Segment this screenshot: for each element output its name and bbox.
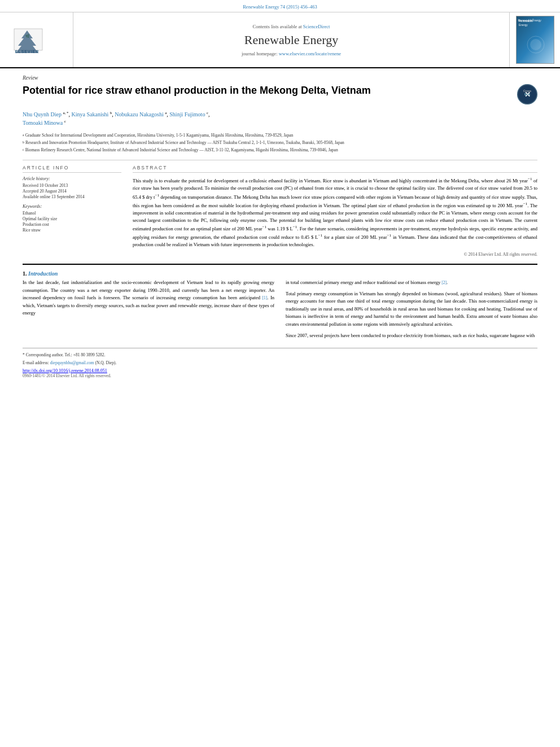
abstract-title: ABSTRACT [133,165,537,173]
divider-1 [23,160,537,160]
publisher-logo-area: 🌿 ELSEVIER [0,12,73,67]
title-row: Potential for rice straw ethanol product… [23,84,537,104]
keyword-3: Production cost [23,222,121,227]
affiliation-c: c Biomass Refinery Research Centre, Nati… [23,147,537,153]
introduction-section: In the last decade, fast industrializati… [23,279,537,339]
affil-text-a: Graduate School for International Develo… [25,132,294,138]
article-info-column: ARTICLE INFO Article history: Received 1… [23,165,121,257]
accepted-date: Accepted 20 August 2014 [23,189,121,194]
article-info-title: ARTICLE INFO [23,165,121,173]
article-info-abstract: ARTICLE INFO Article history: Received 1… [23,165,537,257]
cite-1[interactable]: [1] [262,295,267,300]
journal-header: 🌿 ELSEVIER Contents lists available at S… [0,12,560,68]
intro-left-text: In the last decade, fast industrializati… [23,279,274,317]
crossmark-icon: ✕ Cross Mark [517,84,537,104]
svg-text:Renewable: Renewable [519,19,533,23]
affiliations: a Graduate School for International Deve… [23,132,537,154]
author-fujimoto[interactable]: Shinji Fujimoto [169,111,205,117]
abstract-text: This study is to evaluate the potential … [133,176,537,248]
page-footer: * Corresponding author. Tel.: +81 80 389… [23,348,537,378]
journal-homepage-link[interactable]: www.elsevier.com/locate/renene [279,51,341,56]
keywords-title: Keywords: [23,204,121,209]
intro-left-column: In the last decade, fast industrializati… [23,279,274,339]
affiliation-b: b Research and Innovation Promotion Head… [23,139,537,146]
received-date: Received 10 October 2013 [23,183,121,188]
intro-heading: Introduction [28,270,58,277]
journal-title: Renewable Energy [244,33,338,47]
elsevier-logo: 🌿 ELSEVIER [11,26,62,54]
author-minowa[interactable]: Tomoaki Minowa [23,120,63,126]
affil-text-c: Biomass Refinery Research Centre, Nation… [25,147,338,153]
doi-line: http://dx.doi.org/10.1016/j.renene.2014.… [23,368,537,373]
author-sakanishi[interactable]: Kinya Sakanishi [72,111,109,117]
doi-link[interactable]: http://dx.doi.org/10.1016/j.renene.2014.… [23,368,107,373]
author-nakagoshi[interactable]: Nobukazu Nakagoshi [115,111,163,117]
author-diep[interactable]: Nhu Quynh Diep [23,111,62,117]
main-content: Review Potential for rice straw ethanol … [0,68,560,385]
email-label: E-mail address: [23,360,49,365]
affil-text-b: Research and Innovation Promotion Headqu… [25,139,344,146]
article-title: Potential for rice straw ethanol product… [23,84,511,97]
intro-section-number: 1. Introduction [23,270,537,277]
email-link[interactable]: diepquynhhu@gmail.com [50,360,94,365]
email-note: E-mail address: diepquynhhu@gmail.com (N… [23,360,537,366]
svg-text:Energy: Energy [519,23,528,27]
corresponding-author-note: * Corresponding author. Tel.: +81 80 389… [23,352,537,358]
affil-sup-c: c [23,147,24,153]
copyright-line: © 2014 Elsevier Ltd. All rights reserved… [133,252,537,257]
journal-cover-image: Renewable Energy [516,16,554,64]
keyword-1: Ethanol [23,211,121,216]
authors-line: Nhu Quynh Diep a, *, Kinya Sakanishi b, … [23,110,537,128]
cite-2[interactable]: [2] [441,280,447,285]
crossmark-badge: ✕ Cross Mark [517,84,537,104]
journal-title-area: Contents lists available at ScienceDirec… [73,12,509,67]
svg-text:Mark: Mark [524,93,531,96]
available-date: Available online 13 September 2014 [23,194,121,199]
article-history-label: Article history: [23,176,121,181]
journal-cover-area: Renewable Energy [509,12,560,67]
intro-right-column: in total commercial primary energy and r… [286,279,537,339]
keyword-4: Rice straw [23,228,121,233]
sciencedirect-link[interactable]: ScienceDirect [303,24,330,29]
affil-sup-a: a [23,133,24,138]
affil-sup-b: b [23,140,24,146]
email-suffix: (N.Q. Diep). [95,360,117,365]
homepage-line: journal homepage: www.elsevier.com/locat… [242,51,341,56]
issn-line: 0960-1481/© 2014 Elsevier Ltd. All right… [23,373,537,378]
affiliation-a: a Graduate School for International Deve… [23,132,537,138]
keyword-2: Optimal facility size [23,216,121,221]
section-divider [23,264,537,265]
top-bar: Renewable Energy 74 (2015) 456–463 [0,0,560,12]
svg-text:Cross: Cross [523,89,531,93]
sciencedirect-line: Contents lists available at ScienceDirec… [253,24,330,29]
abstract-column: ABSTRACT This study is to evaluate the p… [133,165,537,257]
intro-right-text: in total commercial primary energy and r… [286,279,537,339]
journal-reference: Renewable Energy 74 (2015) 456–463 [243,4,317,10]
svg-point-8 [530,39,541,50]
article-type: Review [23,75,537,81]
